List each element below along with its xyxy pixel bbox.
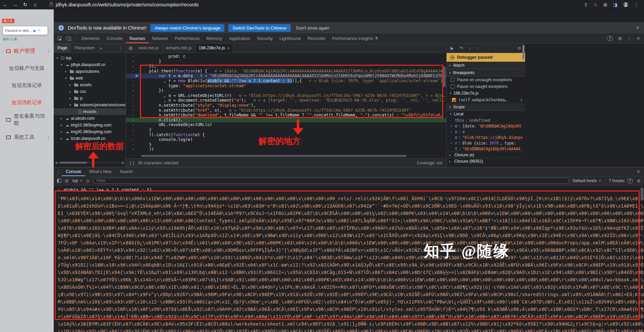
gutter[interactable]: - xyxy=(126,73,139,78)
tab-elements[interactable]: Elements xyxy=(78,34,103,43)
scroll-right-icon[interactable]: ▶ xyxy=(122,161,124,164)
tree-item-css[interactable]: ▸css xyxy=(54,88,126,95)
nav-tab-filesystem[interactable]: Filesystem xyxy=(71,44,98,53)
log-levels-selector[interactable]: Default levels ▼ xyxy=(573,178,601,183)
forward-icon[interactable]: → xyxy=(10,2,20,7)
address-bar[interactable]: jdhyk.dianpusoft.cn/web/subsms/private/s… xyxy=(56,2,199,7)
devtools-menu-icon[interactable]: ⋮ xyxy=(627,36,632,41)
console-filter-input[interactable] xyxy=(93,178,569,184)
step-over-overlay-icon[interactable]: ↷ xyxy=(38,29,41,33)
scrollbar-thumb[interactable] xyxy=(641,187,643,200)
tree-item-img30-360buyimg-com[interactable]: ▸☁img30.360buyimg.com xyxy=(54,128,126,135)
tab-lighthouse[interactable]: Lighthouse xyxy=(276,34,304,43)
tree-item-at-alicdn-com[interactable]: ▸☁at.alicdn.com xyxy=(54,115,126,122)
tab-application[interactable]: Application xyxy=(226,34,254,43)
watch-section-header[interactable]: ▸ Watch xyxy=(447,62,525,69)
gutter[interactable]: - xyxy=(126,88,139,93)
clear-console-icon[interactable]: ⊘ xyxy=(65,178,69,183)
tab-security[interactable]: Security xyxy=(254,34,276,43)
issues-count-badge[interactable]: 7 xyxy=(607,36,613,41)
scroll-left-icon[interactable]: ◀ xyxy=(55,161,57,164)
tree-item-img10-360buyimg-com[interactable]: ▸☁img10.360buyimg.com xyxy=(54,122,126,128)
tree-item-top[interactable]: ▾top xyxy=(54,55,126,61)
gutter[interactable]: - xyxy=(126,64,139,69)
tree-item-apps-subsms[interactable]: ▸apps/subsms xyxy=(54,68,126,75)
sidebar-item-[interactable]: 短信消耗记录 xyxy=(0,94,54,111)
bookmark-star-icon[interactable]: ☆ xyxy=(593,2,598,7)
nav-tab-page[interactable]: Page xyxy=(54,44,71,53)
sidebar-item-[interactable]: 短信充值记录 xyxy=(0,77,54,94)
scrollbar-thumb[interactable] xyxy=(141,155,407,157)
gutter[interactable]: - xyxy=(126,122,139,127)
gutter[interactable]: - xyxy=(126,132,139,137)
checkbox-icon[interactable] xyxy=(451,78,455,82)
context-selector[interactable]: top ▼ xyxy=(73,178,83,183)
console-sidebar-icon[interactable] xyxy=(57,179,61,183)
console-messages[interactable]: › atob(s && "" !== s ? t.content : t) 'P… xyxy=(54,185,644,332)
home-icon[interactable]: ⌂ xyxy=(30,2,40,7)
console-tab-console[interactable]: Console xyxy=(62,168,85,176)
scope-local-header[interactable]: ▾ Local xyxy=(447,111,525,117)
file-tab-echarts-min-js[interactable]: echarts.min.js xyxy=(163,44,195,53)
breakpoint-option-pause-on-caught-exceptions[interactable]: Pause on caught exceptions xyxy=(447,83,525,90)
scrollbar-thumb[interactable] xyxy=(443,66,446,87)
gutter[interactable]: - xyxy=(126,103,139,108)
close-tab-icon[interactable]: × xyxy=(227,44,230,53)
drawer-menu-icon[interactable]: ⋮ xyxy=(55,169,62,174)
closure-section-closure-99351[interactable]: ▸Closure (99351) xyxy=(447,158,525,164)
breakpoint-entry[interactable]: (self.webpackChunkma… 1 xyxy=(447,97,525,103)
tab-sources[interactable]: Sources xyxy=(126,34,149,43)
console-tab-what-s-new[interactable]: What's New xyxy=(85,168,116,176)
console-scrollbar[interactable] xyxy=(641,187,643,255)
reload-icon[interactable]: ↻ xyxy=(20,2,30,8)
gutter[interactable]: - xyxy=(126,93,139,98)
step-out-icon[interactable]: ↑ xyxy=(477,46,479,51)
extensions-icon[interactable]: ⊞ xyxy=(603,2,607,7)
gutter[interactable]: - xyxy=(126,113,139,118)
tree-item-lzcdn-dianpusoft-cn[interactable]: ▸☁lzcdn.dianpusoft.cn xyxy=(54,135,126,142)
gutter[interactable]: - xyxy=(126,147,139,152)
resume-script-icon[interactable]: ▶ xyxy=(34,29,36,33)
live-expression-eye-icon[interactable]: ⊙ xyxy=(86,178,90,183)
gutter[interactable]: - xyxy=(126,127,139,132)
file-tab-196-23bc7e-js[interactable]: 196.23bc7e.js× xyxy=(195,44,233,53)
inspect-element-icon[interactable] xyxy=(58,37,61,40)
scope-var-t[interactable]: t: "UEsDBBQACAgIAOp2HlcAAAAA xyxy=(447,146,525,152)
navigator-scrollbar[interactable]: ◀ ▶ xyxy=(55,161,124,164)
gutter[interactable]: - xyxy=(126,137,139,142)
step-into-icon[interactable]: ↓ xyxy=(469,46,471,51)
scope-var-o[interactable]: o: "blob:https://jdhyk.dianpu xyxy=(447,134,525,140)
gutter[interactable]: - xyxy=(126,142,139,147)
share-icon[interactable]: ⇧ xyxy=(584,2,588,7)
dont-show-again-button[interactable]: Don't show again xyxy=(296,25,329,31)
code-editor[interactable]: - prod: c- }- }),- p(a).then((function(e… xyxy=(126,53,446,154)
tab-overflow-icon[interactable]: » xyxy=(98,46,103,51)
gutter[interactable]: - xyxy=(126,84,139,89)
breakpoints-section-header[interactable]: ▾ Breakpoints xyxy=(447,69,525,76)
scope-var-this[interactable]: this: undefined xyxy=(447,117,525,123)
tab-network[interactable]: Network xyxy=(149,34,172,43)
tree-item-assets[interactable]: ▸assets xyxy=(54,81,126,88)
step-over-icon[interactable]: ↷ xyxy=(459,46,463,51)
editor-horizontal-scrollbar[interactable] xyxy=(141,154,443,158)
padlock-icon[interactable] xyxy=(50,3,53,6)
tree-item-subsms-private-sms-consu[interactable]: ▾subsms/private/sms/consu xyxy=(54,102,126,108)
file-tab-next-min-js[interactable]: next.min.js xyxy=(135,44,163,53)
checkbox-icon[interactable] xyxy=(451,85,455,89)
gutter[interactable]: - xyxy=(126,108,139,113)
tab-memory[interactable]: Memory xyxy=(203,34,226,43)
tree-item-records[interactable]: records xyxy=(54,108,126,115)
scrollbar-thumb[interactable] xyxy=(59,162,87,164)
device-toolbar-icon[interactable] xyxy=(66,37,71,40)
breakpoint-file-group[interactable]: ▾ 196.23bc7e.js xyxy=(447,90,525,97)
sidebar-item-[interactable]: 短信账户与充值 xyxy=(0,60,54,77)
console-tab-search[interactable]: Search xyxy=(116,168,137,176)
browser-menu-icon[interactable]: ⋮ xyxy=(634,2,639,7)
tab-recorder[interactable]: Recorder xyxy=(304,34,329,43)
editor-vertical-scrollbar[interactable] xyxy=(443,64,446,152)
tree-item-web[interactable]: ▾web xyxy=(54,75,126,81)
switch-chinese-button[interactable]: Switch DevTools to Chinese xyxy=(228,24,290,32)
gutter[interactable]: - xyxy=(126,54,139,59)
banner-close-icon[interactable]: × xyxy=(636,25,639,31)
side-panel-icon[interactable]: ◨ xyxy=(613,2,617,7)
